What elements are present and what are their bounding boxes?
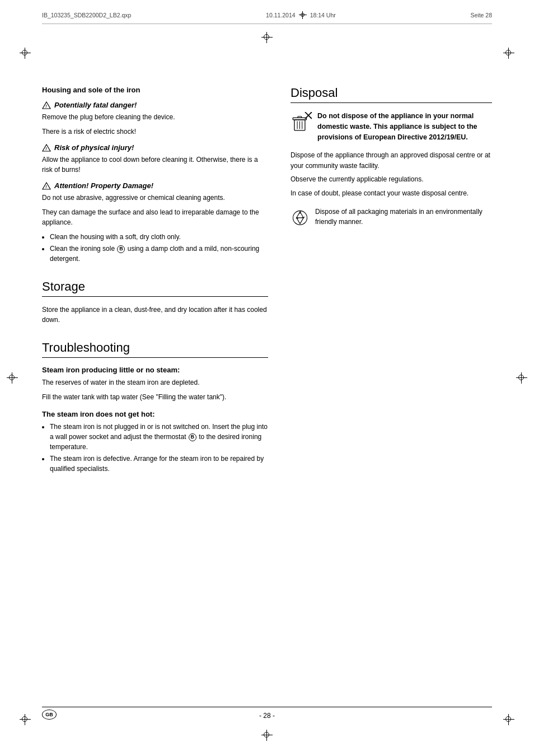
packaging-icon: [291, 208, 310, 227]
svg-rect-5: [298, 116, 302, 118]
disposal-section: Disposal: [291, 86, 492, 227]
troubleshooting-section: Troubleshooting Steam iron producing lit…: [42, 340, 268, 474]
housing-section: Housing and sole of the iron ! Potential…: [42, 86, 268, 264]
hot-bullet1: The steam iron is not plugged in or is n…: [50, 422, 268, 452]
property-header: ! Attention! Property Damage!: [42, 181, 268, 190]
disposal-body2: Observe the currently applicable regulat…: [291, 174, 492, 185]
housing-bullet2: Clean the ironing sole B using a damp cl…: [50, 244, 268, 264]
steam-body2: Fill the water tank with tap water (See …: [42, 392, 268, 402]
danger-text1: Remove the plug before cleaning the devi…: [42, 112, 268, 122]
page: IB_103235_SDB2200D2_LB2.qxp 10.11.2014 1…: [0, 0, 534, 756]
footer-country-badge: GB: [42, 710, 57, 720]
disposal-icon-text: Do not dispose of the appliance in your …: [317, 111, 492, 142]
housing-bullet1: Clean the housing with a soft, dry cloth…: [50, 232, 268, 242]
property-text2: They can damage the surface and also lea…: [42, 207, 268, 227]
disposal-icon-area: Do not dispose of the appliance in your …: [291, 111, 492, 142]
troubleshooting-title: Troubleshooting: [42, 340, 268, 358]
storage-title: Storage: [42, 279, 268, 297]
hot-bullet2: The steam iron is defective. Arrange for…: [50, 454, 268, 474]
hot-title: The steam iron does not get hot:: [42, 410, 268, 418]
reg-mark-top-center: [261, 32, 273, 43]
steam-body1: The reserves of water in the steam iron …: [42, 377, 268, 388]
hot-bullets: The steam iron is not plugged in or is n…: [50, 422, 268, 474]
injury-text1: Allow the appliance to cool down before …: [42, 155, 268, 175]
housing-title: Housing and sole of the iron: [42, 86, 268, 94]
footer: GB - 28 -: [42, 707, 492, 720]
packaging-icon-area: Dispose of all packaging materials in an…: [291, 207, 492, 227]
svg-text:!: !: [45, 147, 47, 151]
right-column: Disposal: [291, 86, 492, 479]
injury-header: ! Risk of physical injury!: [42, 143, 268, 152]
main-content: Housing and sole of the iron ! Potential…: [0, 24, 534, 524]
storage-section: Storage Store the appliance in a clean, …: [42, 279, 268, 325]
reg-mark-top-right: [503, 48, 514, 59]
reg-mark-bottom-left: [20, 714, 31, 725]
housing-bullets: Clean the housing with a soft, dry cloth…: [50, 232, 268, 264]
svg-text:!: !: [45, 104, 47, 108]
sole-icon: B: [117, 245, 125, 253]
property-text1: Do not use abrasive, aggressive or chemi…: [42, 193, 268, 203]
reg-mark-top-left: [20, 48, 31, 59]
danger-text2: There is a risk of electric shock!: [42, 127, 268, 137]
danger-triangle-icon: !: [42, 101, 51, 109]
thermostat-icon: B: [189, 433, 196, 441]
storage-body: Store the appliance in a clean, dust-fre…: [42, 305, 268, 325]
steam-title: Steam iron producing little or no steam:: [42, 366, 268, 374]
header-filename: IB_103235_SDB2200D2_LB2.qxp: [42, 12, 131, 18]
packaging-text: Dispose of all packaging materials in an…: [315, 207, 492, 227]
svg-rect-4: [293, 118, 306, 119]
header-page-info: Seite 28: [470, 12, 492, 18]
weee-icon: [291, 112, 312, 133]
reg-mark-bottom-center: [261, 730, 273, 741]
header-crosshair-icon: [299, 11, 307, 19]
svg-text:!: !: [45, 185, 47, 189]
disposal-body3: In case of doubt, please contact your wa…: [291, 188, 492, 199]
reg-mark-bottom-right: [503, 714, 514, 725]
header-datetime: 10.11.2014 18:14 Uhr: [266, 11, 336, 19]
reg-mark-left-center: [7, 372, 18, 384]
header-info-bar: IB_103235_SDB2200D2_LB2.qxp 10.11.2014 1…: [0, 0, 534, 24]
danger-header: ! Potentially fatal danger!: [42, 101, 268, 109]
disposal-title: Disposal: [291, 86, 492, 103]
injury-triangle-icon: !: [42, 144, 51, 152]
footer-page-number: - 28 -: [259, 712, 275, 720]
left-column: Housing and sole of the iron ! Potential…: [42, 86, 268, 479]
property-triangle-icon: !: [42, 182, 51, 190]
reg-mark-right-center: [516, 372, 527, 384]
disposal-body1: Dispose of the appliance through an appr…: [291, 150, 492, 171]
